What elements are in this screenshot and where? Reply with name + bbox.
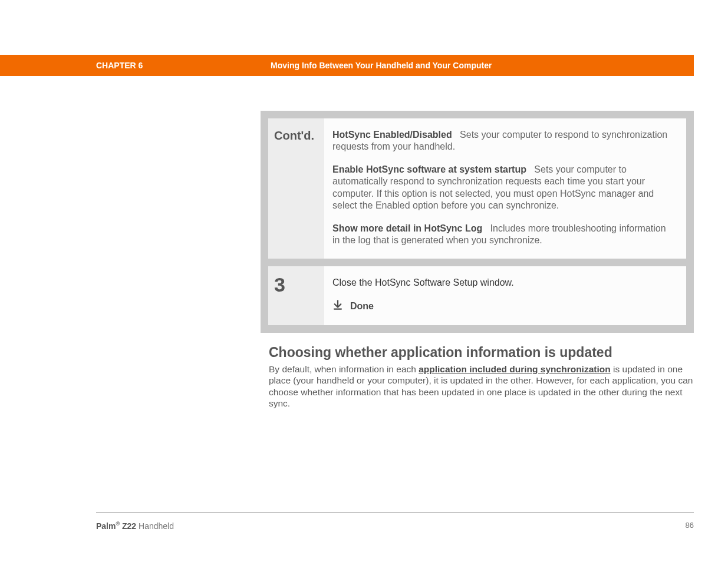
- step-label-contd: Cont'd.: [268, 118, 324, 259]
- option-title: HotSync Enabled/Disabled: [332, 130, 452, 140]
- chapter-title: Moving Info Between Your Handheld and Yo…: [271, 61, 492, 70]
- option-hotsync-enabled: HotSync Enabled/Disabled Sets your compu…: [332, 129, 676, 153]
- section-heading: Choosing whether application information…: [269, 345, 612, 361]
- step-3-text: Close the HotSync Software Setup window.: [332, 277, 676, 289]
- step-contd: Cont'd. HotSync Enabled/Disabled Sets yo…: [268, 118, 686, 259]
- section-body: By default, when information in each app…: [269, 363, 693, 409]
- step-body-contd: HotSync Enabled/Disabled Sets your compu…: [324, 118, 686, 259]
- footer-rule: [96, 513, 694, 513]
- step-label-3: 3: [268, 266, 324, 325]
- option-enable-startup: Enable HotSync software at system startu…: [332, 164, 676, 212]
- option-show-detail: Show more detail in HotSync Log Includes…: [332, 223, 676, 247]
- done-label: Done: [350, 300, 374, 312]
- arrow-down-icon: [332, 299, 343, 313]
- chapter-header: CHAPTER 6 Moving Info Between Your Handh…: [0, 55, 694, 76]
- step-3: 3 Close the HotSync Software Setup windo…: [268, 266, 686, 325]
- link-application-included[interactable]: application included during synchronizat…: [419, 364, 611, 374]
- step-body-3: Close the HotSync Software Setup window.…: [324, 266, 686, 325]
- option-title: Enable HotSync software at system startu…: [332, 164, 526, 174]
- page-number: 86: [686, 521, 694, 530]
- option-title: Show more detail in HotSync Log: [332, 223, 482, 233]
- footer-model: Z22: [120, 521, 136, 531]
- chapter-label: CHAPTER 6: [96, 61, 143, 70]
- footer-tail: Handheld: [136, 521, 174, 531]
- footer-brand: Palm: [96, 521, 116, 531]
- done-indicator: Done: [332, 299, 676, 313]
- section-intro-a: By default, when information in each: [269, 364, 419, 374]
- footer-product: Palm® Z22 Handheld: [96, 521, 174, 531]
- steps-panel: Cont'd. HotSync Enabled/Disabled Sets yo…: [261, 111, 694, 333]
